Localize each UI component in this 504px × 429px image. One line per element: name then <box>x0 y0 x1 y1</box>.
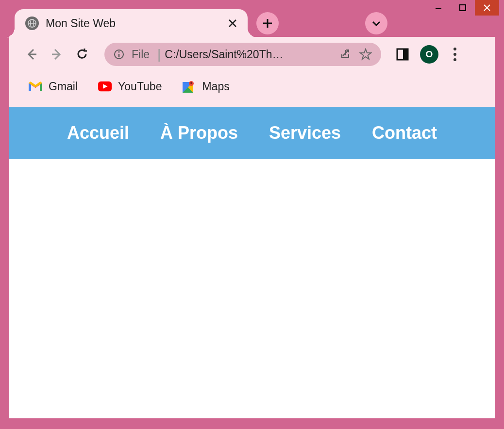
url-separator: | <box>157 47 161 62</box>
bookmark-label: YouTube <box>118 80 162 93</box>
close-window-button[interactable] <box>475 0 499 16</box>
bookmark-star-icon[interactable] <box>359 48 372 61</box>
new-tab-button[interactable] <box>256 12 279 34</box>
bookmark-maps[interactable]: Maps <box>182 80 229 93</box>
browser-chrome: File | C:/Users/Saint%20Th… O <box>9 37 495 107</box>
url-text: C:/Users/Saint%20Th… <box>165 48 332 61</box>
maps-icon <box>182 80 196 93</box>
tab-title: Mon Site Web <box>46 17 220 30</box>
toolbar-right: O <box>396 45 461 64</box>
site-info-icon[interactable] <box>113 49 125 60</box>
bookmarks-bar: Gmail YouTube Maps <box>9 72 495 101</box>
reload-button[interactable] <box>73 46 91 63</box>
page-viewport: Accueil À Propos Services Contact <box>9 107 495 418</box>
nav-link-apropos[interactable]: À Propos <box>160 123 238 143</box>
svg-marker-16 <box>360 49 371 59</box>
tab-strip: Mon Site Web <box>15 9 387 38</box>
nav-link-accueil[interactable]: Accueil <box>67 123 129 143</box>
profile-avatar[interactable]: O <box>420 45 438 64</box>
browser-tab[interactable]: Mon Site Web <box>15 9 248 37</box>
gmail-icon <box>29 80 42 93</box>
toolbar: File | C:/Users/Saint%20Th… O <box>9 37 495 72</box>
maximize-button[interactable] <box>451 0 475 16</box>
share-icon[interactable] <box>338 48 352 61</box>
forward-button[interactable] <box>48 46 66 63</box>
browser-window: Mon Site Web <box>0 0 504 429</box>
svg-rect-1 <box>460 5 466 11</box>
bookmark-youtube[interactable]: YouTube <box>98 80 162 93</box>
svg-point-14 <box>118 51 120 53</box>
window-controls <box>426 0 499 19</box>
address-bar[interactable]: File | C:/Users/Saint%20Th… <box>104 43 381 66</box>
close-tab-button[interactable] <box>225 16 240 31</box>
svg-point-24 <box>190 82 192 84</box>
side-panel-icon[interactable] <box>396 48 409 61</box>
nav-link-services[interactable]: Services <box>269 123 341 143</box>
globe-icon <box>25 16 39 30</box>
bookmark-label: Maps <box>202 80 229 93</box>
back-button[interactable] <box>23 46 40 63</box>
nav-link-contact[interactable]: Contact <box>372 123 437 143</box>
site-navigation: Accueil À Propos Services Contact <box>9 107 495 159</box>
bookmark-label: Gmail <box>49 80 78 93</box>
tab-search-button[interactable] <box>365 12 387 34</box>
browser-menu-button[interactable] <box>449 47 461 62</box>
url-scheme-label: File <box>132 48 150 61</box>
bookmark-gmail[interactable]: Gmail <box>29 80 78 93</box>
minimize-button[interactable] <box>426 0 451 16</box>
svg-rect-18 <box>403 49 408 60</box>
youtube-icon <box>98 80 112 93</box>
